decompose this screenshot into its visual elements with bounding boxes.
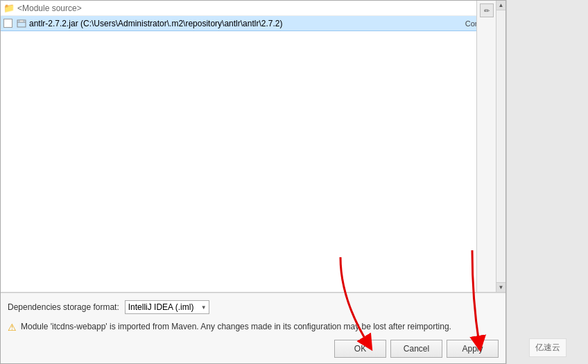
edit-button[interactable]: ✏ (480, 3, 494, 17)
storage-format-select[interactable]: IntelliJ IDEA (.iml) (125, 300, 209, 314)
warning-row: ⚠ Module 'itcdns-webapp' is imported fro… (8, 321, 499, 333)
module-source-row: 📁 <Module source> (1, 1, 505, 16)
storage-format-select-wrapper[interactable]: IntelliJ IDEA (.iml) (125, 300, 209, 314)
svg-rect-2 (19, 20, 24, 22)
scroll-down-button[interactable]: ▼ (496, 282, 506, 292)
module-source-label: <Module source> (17, 3, 82, 13)
main-panel: 📁 <Module source> antlr-2.7.2.jar (C:\Us… (0, 0, 506, 364)
bottom-section: Dependencies storage format: IntelliJ ID… (1, 293, 505, 363)
scroll-up-button[interactable]: ▲ (496, 1, 506, 10)
dependencies-table-area: 📁 <Module source> antlr-2.7.2.jar (C:\Us… (1, 1, 505, 293)
action-sidebar: ✏ (476, 1, 496, 292)
watermark-panel: 亿速云 (506, 0, 588, 364)
watermark-text: 亿速云 (529, 338, 567, 357)
vertical-scrollbar[interactable]: ▲ ▼ (496, 1, 505, 292)
cancel-button[interactable]: Cancel (390, 340, 442, 358)
buttons-row: OK Cancel Apply (8, 340, 499, 358)
storage-format-label: Dependencies storage format: (8, 302, 119, 312)
warning-icon: ⚠ (8, 322, 17, 333)
jar-entry-text: antlr-2.7.2.jar (C:\Users\Administrator\… (29, 19, 460, 28)
jar-entry-row[interactable]: antlr-2.7.2.jar (C:\Users\Administrator\… (1, 16, 505, 31)
jar-checkbox[interactable] (3, 19, 12, 28)
scroll-track[interactable] (496, 10, 505, 282)
apply-button[interactable]: Apply (447, 340, 499, 358)
warning-text: Module 'itcdns-webapp' is imported from … (21, 321, 451, 333)
ok-button[interactable]: OK (334, 340, 386, 358)
folder-icon: 📁 (3, 3, 15, 13)
jar-icon (17, 19, 26, 28)
storage-format-row: Dependencies storage format: IntelliJ ID… (8, 300, 499, 314)
